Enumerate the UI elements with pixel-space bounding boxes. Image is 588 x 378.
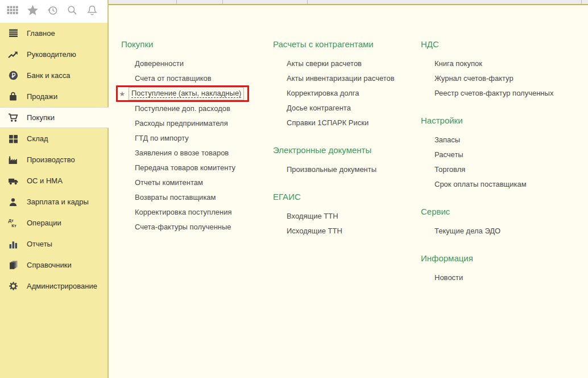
sidebar-item-warehouse[interactable]: Склад bbox=[0, 128, 107, 149]
tab-divider bbox=[176, 0, 177, 4]
trend-up-icon bbox=[7, 50, 19, 59]
favorite-star-icon[interactable]: ★ bbox=[118, 89, 126, 99]
sidebar-nav: ГлавноеРуководителюБанк и кассаПродажиПо… bbox=[0, 23, 107, 378]
sidebar-item-label: Банк и касса bbox=[27, 71, 71, 80]
menu-link[interactable]: Корректировка поступления bbox=[121, 205, 273, 220]
section-title: ЕГАИС bbox=[273, 192, 421, 202]
menu-link[interactable]: Доверенности bbox=[121, 56, 273, 71]
menu-link[interactable]: Акты сверки расчетов bbox=[273, 56, 421, 71]
main-area: ПокупкиДоверенностиСчета от поставщиков★… bbox=[109, 0, 588, 378]
menu-link[interactable]: Счета-фактуры полученные bbox=[121, 220, 273, 235]
section-title: НДС bbox=[421, 39, 588, 50]
menu-lines-icon bbox=[7, 29, 19, 38]
menu-link[interactable]: Корректировка долга bbox=[273, 86, 421, 101]
sidebar-item-reports[interactable]: Отчеты bbox=[0, 233, 107, 254]
section-title: Электронные документы bbox=[273, 145, 421, 155]
menu-link[interactable]: Запасы bbox=[421, 133, 588, 147]
menu-column-1: ПокупкиДоверенностиСчета от поставщиков★… bbox=[121, 39, 273, 235]
menu-link[interactable]: Досье контрагента bbox=[273, 101, 421, 116]
menu-link[interactable]: Реестр счетов-фактур полученных bbox=[421, 86, 588, 101]
sidebar-item-manager[interactable]: Руководителю bbox=[0, 44, 107, 65]
menu-section: ИнформацияНовости bbox=[421, 253, 588, 285]
dt-kt-icon: ДтКт bbox=[7, 218, 19, 228]
sidebar-item-bank-cash[interactable]: Банк и касса bbox=[0, 65, 107, 86]
menu-link[interactable]: Передача товаров комитенту bbox=[121, 161, 273, 175]
sidebar-item-label: Покупки bbox=[27, 113, 55, 122]
menu-link[interactable]: Отчеты комитентам bbox=[121, 175, 273, 190]
sidebar-item-purchases[interactable]: Покупки bbox=[0, 107, 109, 128]
history-clock-button[interactable] bbox=[45, 4, 60, 19]
sidebar: ГлавноеРуководителюБанк и кассаПродажиПо… bbox=[0, 0, 109, 378]
favorites-star-icon bbox=[27, 5, 39, 18]
sidebar-item-production[interactable]: Производство bbox=[0, 149, 107, 170]
menu-link[interactable]: Возвраты поставщикам bbox=[121, 190, 273, 205]
menu-link[interactable]: Справки 1СПАРК Риски bbox=[273, 116, 421, 130]
menu-link[interactable]: Срок оплаты поставщикам bbox=[421, 177, 588, 192]
sidebar-item-home[interactable]: Главное bbox=[0, 23, 107, 44]
menu-link[interactable]: Расчеты bbox=[421, 147, 588, 162]
section-title: Расчеты с контрагентами bbox=[273, 39, 421, 50]
sidebar-item-fixed-assets[interactable]: ОС и НМА bbox=[0, 170, 107, 191]
menu-link[interactable]: Новости bbox=[421, 270, 588, 285]
boxes-icon bbox=[7, 134, 19, 143]
sidebar-item-label: Главное bbox=[27, 29, 55, 38]
window-tab-strip bbox=[109, 0, 588, 5]
person-icon bbox=[7, 198, 19, 207]
sidebar-item-label: Продажи bbox=[27, 92, 57, 101]
menu-section: СервисТекущие дела ЭДО bbox=[421, 207, 588, 239]
books-icon bbox=[7, 260, 19, 270]
sidebar-item-label: Администрирование bbox=[27, 282, 97, 290]
menu-link[interactable]: Заявления о ввозе товаров bbox=[121, 146, 273, 161]
menu-section: ПокупкиДоверенностиСчета от поставщиков★… bbox=[121, 39, 273, 235]
menu-link[interactable]: Торговля bbox=[421, 162, 588, 177]
menu-link[interactable]: ГТД по импорту bbox=[121, 131, 273, 146]
sidebar-item-label: Склад bbox=[27, 134, 48, 143]
bar-chart-icon bbox=[7, 240, 19, 249]
menu-link[interactable]: Входящие ТТН bbox=[273, 209, 421, 224]
cart-icon bbox=[7, 113, 19, 122]
section-title: Сервис bbox=[421, 207, 588, 217]
menu-link[interactable]: Расходы предпринимателя bbox=[121, 116, 273, 131]
menu-link-focused[interactable]: Поступление (акты, накладные) bbox=[129, 87, 244, 100]
menu-link[interactable]: Счета от поставщиков bbox=[121, 71, 273, 86]
sidebar-item-administration[interactable]: Администрирование bbox=[0, 276, 107, 297]
menu-link[interactable]: Акты инвентаризации расчетов bbox=[273, 71, 421, 86]
notifications-bell-button[interactable] bbox=[85, 4, 100, 19]
sidebar-item-label: Операции bbox=[27, 219, 61, 227]
menu-section: ЕГАИСВходящие ТТНИсходящие ТТН bbox=[273, 192, 421, 239]
apps-grid-icon bbox=[7, 6, 19, 17]
menu-link[interactable]: Журнал счетов-фактур bbox=[421, 71, 588, 86]
tab-divider bbox=[581, 0, 582, 4]
shopping-bag-icon bbox=[7, 92, 19, 101]
sidebar-item-label: Отчеты bbox=[27, 240, 52, 248]
sidebar-item-directories[interactable]: Справочники bbox=[0, 254, 107, 276]
menu-link[interactable]: Книга покупок bbox=[421, 56, 588, 71]
menu-link[interactable]: Поступление доп. расходов bbox=[121, 101, 273, 116]
menu-columns: ПокупкиДоверенностиСчета от поставщиков★… bbox=[109, 39, 588, 285]
tab-divider bbox=[222, 0, 223, 4]
section-title: Настройки bbox=[421, 116, 588, 126]
apps-grid-button[interactable] bbox=[6, 4, 20, 19]
menu-link[interactable]: Исходящие ТТН bbox=[273, 224, 421, 239]
notifications-bell-icon bbox=[87, 5, 97, 18]
favorites-star-button[interactable] bbox=[26, 4, 40, 19]
sidebar-item-salary-hr[interactable]: Зарплата и кадры bbox=[0, 191, 107, 212]
search-icon bbox=[67, 5, 77, 18]
menu-link[interactable]: Произвольные документы bbox=[273, 162, 421, 177]
section-title: Покупки bbox=[121, 39, 273, 50]
truck-icon bbox=[7, 176, 19, 186]
menu-link[interactable]: Текущие дела ЭДО bbox=[421, 224, 588, 239]
menu-section: НастройкиЗапасыРасчетыТорговляСрок оплат… bbox=[421, 116, 588, 192]
menu-link-label: Поступление (акты, накладные) bbox=[131, 89, 241, 98]
section-title: Информация bbox=[421, 253, 588, 264]
sidebar-item-label: ОС и НМА bbox=[27, 176, 63, 185]
tab-divider bbox=[307, 0, 308, 4]
sidebar-item-sales[interactable]: Продажи bbox=[0, 86, 107, 107]
svg-text:Дт: Дт bbox=[9, 218, 14, 223]
menu-section: Расчеты с контрагентамиАкты сверки расче… bbox=[273, 39, 421, 130]
sidebar-item-label: Руководителю bbox=[27, 50, 76, 59]
svg-text:Кт: Кт bbox=[11, 223, 16, 228]
search-button[interactable] bbox=[65, 4, 80, 19]
app-window: ГлавноеРуководителюБанк и кассаПродажиПо… bbox=[0, 0, 588, 378]
sidebar-item-operations[interactable]: ДтКтОперации bbox=[0, 212, 107, 233]
